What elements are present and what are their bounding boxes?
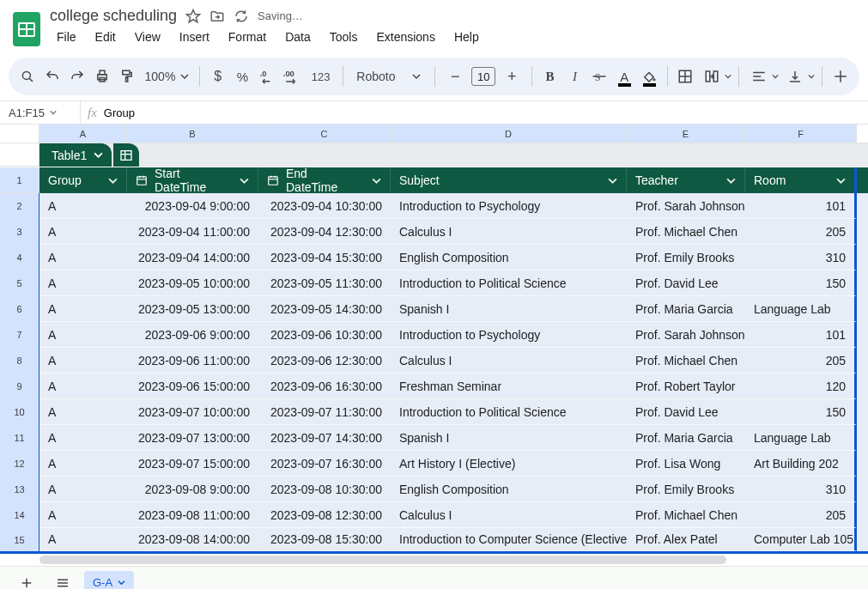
cell-group[interactable]: A bbox=[39, 296, 127, 322]
cell-subject[interactable]: Calculus I bbox=[391, 502, 627, 528]
cell-start[interactable]: 2023-09-06 15:00:00 bbox=[127, 373, 258, 399]
cell-start[interactable]: 2023-09-04 9:00:00 bbox=[127, 193, 258, 219]
cell-end[interactable]: 2023-09-08 12:30:00 bbox=[258, 502, 391, 528]
menu-insert[interactable]: Insert bbox=[173, 27, 216, 47]
filter-room-icon[interactable] bbox=[836, 176, 846, 185]
cell-teacher[interactable]: Prof. Robert Taylor bbox=[627, 373, 745, 399]
move-to-folder-icon[interactable] bbox=[209, 9, 225, 24]
cell-start[interactable]: 2023-09-07 13:00:00 bbox=[127, 425, 258, 451]
zoom-select[interactable]: 100% bbox=[142, 70, 193, 83]
cell-room[interactable]: Language Lab bbox=[745, 296, 857, 322]
strikethrough-button[interactable]: S bbox=[589, 64, 610, 89]
cell-subject[interactable]: Introduction to Computer Science (Electi… bbox=[391, 528, 627, 551]
add-sheet-button[interactable] bbox=[12, 570, 41, 590]
search-menus-button[interactable] bbox=[17, 64, 39, 89]
currency-button[interactable]: $ bbox=[207, 64, 228, 89]
font-size-input[interactable]: 10 bbox=[471, 67, 495, 86]
row-header[interactable]: 10 bbox=[0, 399, 39, 425]
cell-subject[interactable]: Introduction to Political Science bbox=[391, 270, 627, 296]
table-row[interactable]: 3A2023-09-04 11:00:002023-09-04 12:30:00… bbox=[0, 219, 868, 245]
cell-group[interactable]: A bbox=[39, 322, 127, 348]
spreadsheet-grid[interactable]: A B C D E F Table1 1 Group Start DateTim… bbox=[0, 124, 868, 566]
cell-room[interactable]: 205 bbox=[745, 348, 857, 373]
cell-teacher[interactable]: Prof. Emily Brooks bbox=[627, 477, 745, 502]
table-row[interactable]: 6A2023-09-05 13:00:002023-09-05 14:30:00… bbox=[0, 296, 868, 322]
table-chip[interactable]: Table1 bbox=[39, 143, 112, 167]
cell-group[interactable]: A bbox=[39, 451, 127, 477]
cell-end[interactable]: 2023-09-04 10:30:00 bbox=[258, 193, 391, 219]
cell-end[interactable]: 2023-09-07 11:30:00 bbox=[258, 399, 391, 425]
cell-teacher[interactable]: Prof. Michael Chen bbox=[627, 219, 745, 245]
filter-teacher-icon[interactable] bbox=[726, 176, 736, 185]
cell-room[interactable]: 150 bbox=[745, 399, 857, 425]
row-header[interactable]: 14 bbox=[0, 502, 39, 528]
table-row[interactable]: 13A2023-09-08 9:00:002023-09-08 10:30:00… bbox=[0, 477, 868, 502]
cell-end[interactable]: 2023-09-07 14:30:00 bbox=[258, 425, 391, 451]
cell-teacher[interactable]: Prof. Sarah Johnson bbox=[627, 193, 745, 219]
col-header-b[interactable]: B bbox=[127, 124, 258, 143]
select-all-corner[interactable] bbox=[0, 124, 39, 143]
row-header[interactable]: 12 bbox=[0, 451, 39, 477]
table-row[interactable]: 10A2023-09-07 10:00:002023-09-07 11:30:0… bbox=[0, 399, 868, 425]
cell-start[interactable]: 2023-09-04 14:00:00 bbox=[127, 245, 258, 270]
cell-room[interactable]: Language Lab bbox=[745, 425, 857, 451]
cell-group[interactable]: A bbox=[39, 348, 127, 373]
cloud-status-icon[interactable] bbox=[234, 9, 249, 24]
cell-subject[interactable]: Freshman Seminar bbox=[391, 373, 627, 399]
row-header[interactable]: 7 bbox=[0, 322, 39, 348]
col-header-f[interactable]: F bbox=[745, 124, 857, 143]
more-formats-button[interactable]: 123 bbox=[307, 64, 336, 89]
cell-subject[interactable]: Spanish I bbox=[391, 296, 627, 322]
cell-end[interactable]: 2023-09-04 15:30:00 bbox=[258, 245, 391, 270]
cell-end[interactable]: 2023-09-07 16:30:00 bbox=[258, 451, 391, 477]
cell-teacher[interactable]: Prof. Michael Chen bbox=[627, 502, 745, 528]
menu-edit[interactable]: Edit bbox=[88, 27, 123, 47]
cell-group[interactable]: A bbox=[39, 425, 127, 451]
bold-button[interactable]: B bbox=[539, 64, 561, 89]
cell-start[interactable]: 2023-09-08 11:00:00 bbox=[127, 502, 258, 528]
row-header[interactable]: 3 bbox=[0, 219, 39, 245]
table-row[interactable]: 14A2023-09-08 11:00:002023-09-08 12:30:0… bbox=[0, 502, 868, 528]
cell-teacher[interactable]: Prof. Michael Chen bbox=[627, 348, 745, 373]
cell-group[interactable]: A bbox=[39, 528, 127, 551]
cell-group[interactable]: A bbox=[39, 219, 127, 245]
cell-teacher[interactable]: Prof. David Lee bbox=[627, 270, 745, 296]
cell-teacher[interactable]: Prof. Maria Garcia bbox=[627, 296, 745, 322]
cell-subject[interactable]: Introduction to Psychology bbox=[391, 193, 627, 219]
menu-help[interactable]: Help bbox=[447, 27, 486, 47]
sheets-logo[interactable] bbox=[12, 11, 41, 47]
cell-start[interactable]: 2023-09-05 10:00:00 bbox=[127, 270, 258, 296]
row-header[interactable]: 4 bbox=[0, 245, 39, 270]
table-row[interactable]: 11A2023-09-07 13:00:002023-09-07 14:30:0… bbox=[0, 425, 868, 451]
col-header-c[interactable]: C bbox=[258, 124, 391, 143]
cell-subject[interactable]: English Composition bbox=[391, 245, 627, 270]
row-header[interactable]: 13 bbox=[0, 477, 39, 502]
cell-subject[interactable]: English Composition bbox=[391, 477, 627, 502]
cell-room[interactable]: 310 bbox=[745, 477, 857, 502]
formula-input[interactable] bbox=[104, 106, 868, 119]
cell-group[interactable]: A bbox=[39, 399, 127, 425]
menu-file[interactable]: File bbox=[50, 27, 83, 47]
horizontal-align-button[interactable] bbox=[746, 64, 779, 89]
borders-button[interactable] bbox=[675, 64, 696, 89]
row-header[interactable]: 15 bbox=[0, 528, 39, 551]
cell-start[interactable]: 2023-09-08 14:00:00 bbox=[127, 528, 258, 551]
menu-extensions[interactable]: Extensions bbox=[369, 27, 441, 47]
font-family-select[interactable]: Roboto bbox=[349, 70, 428, 83]
cell-teacher[interactable]: Prof. David Lee bbox=[627, 399, 745, 425]
sheet-tab-active[interactable]: G-A bbox=[84, 571, 134, 589]
menu-view[interactable]: View bbox=[128, 27, 167, 47]
doc-title[interactable]: college scheduling bbox=[50, 7, 177, 25]
cell-start[interactable]: 2023-09-04 11:00:00 bbox=[127, 219, 258, 245]
cell-group[interactable]: A bbox=[39, 245, 127, 270]
star-icon[interactable] bbox=[185, 9, 201, 24]
undo-button[interactable] bbox=[42, 64, 64, 89]
col-header-d[interactable]: D bbox=[391, 124, 627, 143]
cell-subject[interactable]: Art History I (Elective) bbox=[391, 451, 627, 477]
cell-room[interactable]: 101 bbox=[745, 193, 857, 219]
filter-subject-icon[interactable] bbox=[608, 176, 617, 185]
cell-start[interactable]: 2023-09-06 11:00:00 bbox=[127, 348, 258, 373]
col-header-e[interactable]: E bbox=[627, 124, 745, 143]
cell-end[interactable]: 2023-09-06 16:30:00 bbox=[258, 373, 391, 399]
table-view-icon[interactable] bbox=[113, 143, 139, 167]
